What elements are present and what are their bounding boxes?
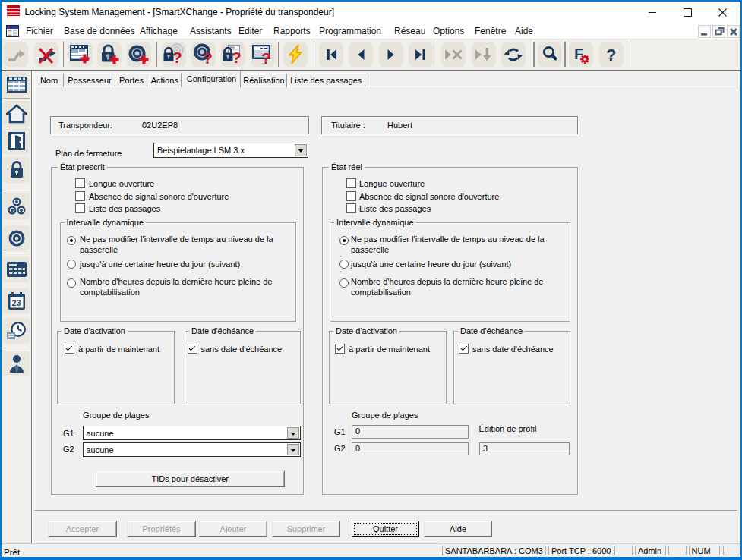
svg-text:?: ? (606, 46, 616, 64)
svg-text:23: 23 (11, 298, 21, 307)
svg-text:?: ? (203, 49, 213, 66)
svg-text:?: ? (172, 49, 182, 66)
svg-text:?: ? (261, 49, 271, 66)
svg-text:?: ? (232, 49, 242, 66)
